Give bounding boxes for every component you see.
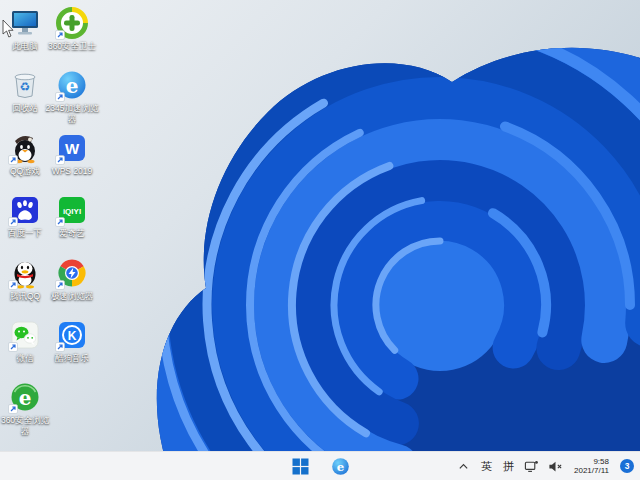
wps-2019-icon: W <box>56 132 88 164</box>
desktop-icon-tencent-qq[interactable]: 腾讯QQ <box>0 256 50 316</box>
shortcut-arrow-icon <box>55 30 65 40</box>
taskbar: e 英 拼 <box>0 451 640 480</box>
tencent-qq-icon <box>9 257 41 289</box>
chevron-up-icon[interactable] <box>456 459 471 474</box>
desktop-icon-label: 360安全卫士 <box>45 41 99 52</box>
svg-text:W: W <box>65 140 80 157</box>
kugou-music-icon: K <box>56 319 88 351</box>
shortcut-arrow-icon <box>8 280 18 290</box>
shortcut-arrow-icon <box>55 280 65 290</box>
svg-text:K: K <box>68 329 77 343</box>
shortcut-arrow-icon <box>55 342 65 352</box>
iqiyi-icon: iQIYI <box>56 194 88 226</box>
baidu-icon <box>9 194 41 226</box>
desktop-icon-label: 2345加速浏览器 <box>45 103 99 124</box>
desktop-icon-kugou-music[interactable]: K酷狗音乐 <box>47 318 97 378</box>
shortcut-arrow-icon <box>8 342 18 352</box>
start-button[interactable] <box>288 454 312 478</box>
desktop-icon-label: 酷狗音乐 <box>45 353 99 364</box>
clock-date: 2021/7/11 <box>574 466 609 476</box>
svg-text:iQIYI: iQIYI <box>63 207 81 216</box>
mouse-cursor <box>2 20 15 39</box>
desktop-icon-grid: 此电脑360安全卫士♻回收站e2345加速浏览器QQ游戏WWPS 2019百度一… <box>0 0 640 480</box>
shortcut-arrow-icon <box>55 217 65 227</box>
shortcut-arrow-icon <box>8 217 18 227</box>
desktop-icon-wechat[interactable]: 微信 <box>0 318 50 378</box>
ime-pinyin-indicator[interactable]: 拼 <box>502 452 515 480</box>
360-safety-guard-icon <box>56 7 88 39</box>
svg-text:♻: ♻ <box>20 80 31 94</box>
wechat-icon <box>9 319 41 351</box>
svg-text:e: e <box>19 386 32 410</box>
shortcut-arrow-icon <box>55 92 65 102</box>
desktop-icon-2345-speed-browser[interactable]: e2345加速浏览器 <box>47 68 97 128</box>
desktop-icon-label: WPS 2019 <box>45 166 99 177</box>
shortcut-arrow-icon <box>8 155 18 165</box>
desktop: 此电脑360安全卫士♻回收站e2345加速浏览器QQ游戏WWPS 2019百度一… <box>0 0 640 480</box>
svg-text:e: e <box>336 459 344 473</box>
desktop-icon-label: 极速浏览器 <box>45 291 99 302</box>
ime-english-indicator[interactable]: 英 <box>480 452 493 480</box>
desktop-icon-recycle-bin[interactable]: ♻回收站 <box>0 68 50 128</box>
display-network-icon[interactable] <box>524 459 539 474</box>
desktop-icon-label: 360安全浏览器 <box>0 415 52 436</box>
shortcut-arrow-icon <box>55 155 65 165</box>
desktop-icon-360-safety-guard[interactable]: 360安全卫士 <box>47 6 97 66</box>
desktop-icon-baidu[interactable]: 百度一下 <box>0 193 50 253</box>
desktop-icon-wps-2019[interactable]: WWPS 2019 <box>47 131 97 191</box>
qq-games-icon <box>9 132 41 164</box>
2345-speed-browser-icon: e <box>56 69 88 101</box>
recycle-bin-icon: ♻ <box>9 69 41 101</box>
taskbar-clock[interactable]: 9:58 2021/7/11 <box>574 457 609 476</box>
desktop-icon-speed-browser[interactable]: 极速浏览器 <box>47 256 97 316</box>
system-tray: 英 拼 9:58 2021/7/11 3 <box>456 452 634 480</box>
svg-text:e: e <box>66 74 79 98</box>
desktop-icon-iqiyi[interactable]: iQIYI爱奇艺 <box>47 193 97 253</box>
desktop-icon-qq-games[interactable]: QQ游戏 <box>0 131 50 191</box>
taskbar-center: e <box>288 452 352 480</box>
speed-browser-icon <box>56 257 88 289</box>
shortcut-arrow-icon <box>8 404 18 414</box>
360-safe-browser-icon: e <box>9 381 41 413</box>
desktop-icon-label: 爱奇艺 <box>45 228 99 239</box>
browser-e-icon[interactable]: e <box>328 454 352 478</box>
desktop-icon-360-safe-browser[interactable]: e360安全浏览器 <box>0 380 50 440</box>
notification-badge[interactable]: 3 <box>620 459 634 473</box>
clock-time: 9:58 <box>574 457 609 467</box>
volume-muted-icon[interactable] <box>548 459 563 474</box>
